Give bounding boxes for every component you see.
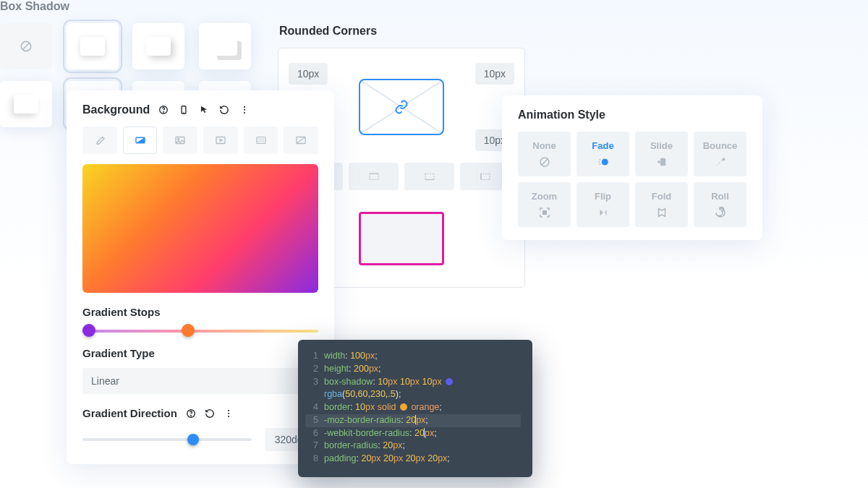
mobile-icon[interactable] bbox=[179, 105, 189, 115]
background-tabs bbox=[82, 127, 318, 154]
animation-fade[interactable]: Fade bbox=[576, 132, 629, 176]
svg-point-16 bbox=[178, 138, 179, 140]
svg-point-28 bbox=[599, 159, 600, 160]
shadow-preset-3[interactable] bbox=[199, 23, 251, 69]
help-icon[interactable] bbox=[186, 408, 196, 419]
svg-point-30 bbox=[599, 163, 600, 165]
shadow-none[interactable] bbox=[0, 23, 52, 69]
preview-box bbox=[359, 212, 444, 265]
svg-line-38 bbox=[22, 43, 30, 50]
gradient-stops-label: Gradient Stops bbox=[82, 306, 318, 318]
more-icon[interactable] bbox=[239, 105, 250, 115]
gradient-stop-2[interactable] bbox=[182, 324, 195, 337]
roll-icon bbox=[714, 206, 727, 219]
zoom-icon bbox=[538, 206, 551, 219]
gradient-direction-label: Gradient Direction bbox=[82, 407, 318, 419]
code-line: 5-moz-border-radius: 20px; bbox=[305, 414, 521, 427]
background-title-text: Background bbox=[82, 103, 150, 116]
svg-point-13 bbox=[244, 112, 245, 114]
fade-icon bbox=[597, 155, 610, 168]
flip-icon bbox=[597, 206, 610, 219]
more-icon[interactable] bbox=[224, 408, 234, 419]
gradient-type-label: Gradient Type bbox=[82, 347, 318, 359]
css-code-panel[interactable]: 1width: 100px;2height: 200px;3box-shadow… bbox=[298, 340, 532, 477]
gradient-type-select[interactable]: Linear bbox=[82, 368, 318, 394]
gradient-stop-1[interactable] bbox=[82, 324, 95, 337]
svg-point-33 bbox=[716, 164, 718, 166]
code-line: 7border-radius: 20px; bbox=[305, 440, 521, 453]
animation-zoom[interactable]: Zoom bbox=[518, 182, 571, 227]
animation-none[interactable]: None bbox=[518, 132, 571, 176]
strip-option-2[interactable] bbox=[349, 163, 399, 190]
shadow-preset-4[interactable] bbox=[0, 81, 52, 127]
svg-point-23 bbox=[228, 412, 229, 414]
code-line: 1width: 100px; bbox=[305, 350, 521, 363]
reset-icon[interactable] bbox=[205, 408, 215, 419]
animation-bounce[interactable]: Bounce bbox=[694, 132, 746, 176]
background-panel: Background Gradient Stops Gradient Type … bbox=[67, 90, 334, 464]
strip-option-3[interactable] bbox=[404, 163, 454, 190]
svg-rect-5 bbox=[481, 174, 490, 179]
svg-point-29 bbox=[598, 161, 600, 163]
corner-top-left-input[interactable]: 10px bbox=[289, 63, 328, 85]
gradient-direction-row: 320deg bbox=[82, 428, 318, 451]
bg-tab-color[interactable] bbox=[82, 127, 117, 154]
reset-icon[interactable] bbox=[219, 105, 229, 115]
animation-fold[interactable]: Fold bbox=[635, 182, 688, 227]
bg-tab-image[interactable] bbox=[163, 127, 197, 154]
help-icon[interactable] bbox=[158, 105, 169, 115]
svg-point-12 bbox=[244, 109, 245, 111]
gradient-direction-label-text: Gradient Direction bbox=[82, 407, 177, 419]
cursor-icon[interactable] bbox=[199, 105, 209, 115]
bg-tab-mask[interactable] bbox=[284, 127, 318, 154]
svg-rect-1 bbox=[370, 174, 378, 179]
animation-grid: None Fade Slide Bounce Zoom Flip Fold Ro… bbox=[518, 132, 746, 227]
svg-point-8 bbox=[163, 112, 164, 113]
code-line: 3box-shadow: 10px 10px 10px bbox=[305, 376, 521, 389]
code-line: 4border: 10px solid orange; bbox=[305, 401, 521, 414]
shadow-preset-2[interactable] bbox=[132, 23, 184, 69]
rounded-corners-title: Rounded Corners bbox=[279, 25, 525, 38]
slide-icon bbox=[655, 155, 668, 168]
svg-point-21 bbox=[191, 415, 192, 416]
svg-rect-3 bbox=[425, 174, 434, 179]
code-line: 6-webkit-border-radius: 20px; bbox=[305, 427, 521, 440]
svg-point-22 bbox=[228, 409, 229, 411]
svg-point-32 bbox=[722, 158, 725, 160]
bounce-icon bbox=[714, 155, 727, 168]
slider-thumb[interactable] bbox=[187, 434, 199, 445]
code-line: rgba(50,60,230,.5); bbox=[305, 388, 521, 401]
corner-link-preview[interactable] bbox=[359, 79, 444, 135]
fold-icon bbox=[655, 206, 668, 219]
none-icon bbox=[538, 155, 551, 168]
svg-rect-31 bbox=[660, 158, 665, 165]
bg-tab-gradient[interactable] bbox=[123, 127, 158, 154]
code-line: 8padding: 20px 20px 20px 20px; bbox=[305, 453, 521, 466]
svg-point-35 bbox=[720, 160, 722, 161]
gradient-preview bbox=[82, 164, 318, 293]
bg-tab-pattern[interactable] bbox=[244, 127, 278, 154]
code-line: 2height: 200px; bbox=[305, 363, 521, 376]
background-title: Background bbox=[82, 103, 318, 116]
animation-style-panel: Animation Style None Fade Slide Bounce Z… bbox=[502, 95, 762, 240]
animation-flip[interactable]: Flip bbox=[576, 182, 629, 227]
animation-style-title: Animation Style bbox=[518, 108, 746, 121]
bg-tab-video[interactable] bbox=[203, 127, 238, 154]
svg-point-34 bbox=[718, 162, 720, 163]
svg-rect-36 bbox=[542, 210, 546, 214]
corner-top-right-input[interactable]: 10px bbox=[475, 63, 514, 85]
svg-point-11 bbox=[244, 106, 245, 108]
animation-slide[interactable]: Slide bbox=[635, 132, 688, 176]
animation-roll[interactable]: Roll bbox=[694, 182, 746, 227]
box-shadow-title: Box Shadow bbox=[0, 0, 253, 13]
gradient-stops-track[interactable] bbox=[82, 327, 318, 334]
shadow-preset-1[interactable] bbox=[67, 23, 119, 69]
link-icon bbox=[394, 100, 409, 114]
svg-point-24 bbox=[228, 416, 229, 417]
svg-line-26 bbox=[541, 158, 548, 165]
gradient-direction-slider[interactable] bbox=[82, 438, 252, 441]
svg-point-27 bbox=[601, 158, 608, 165]
